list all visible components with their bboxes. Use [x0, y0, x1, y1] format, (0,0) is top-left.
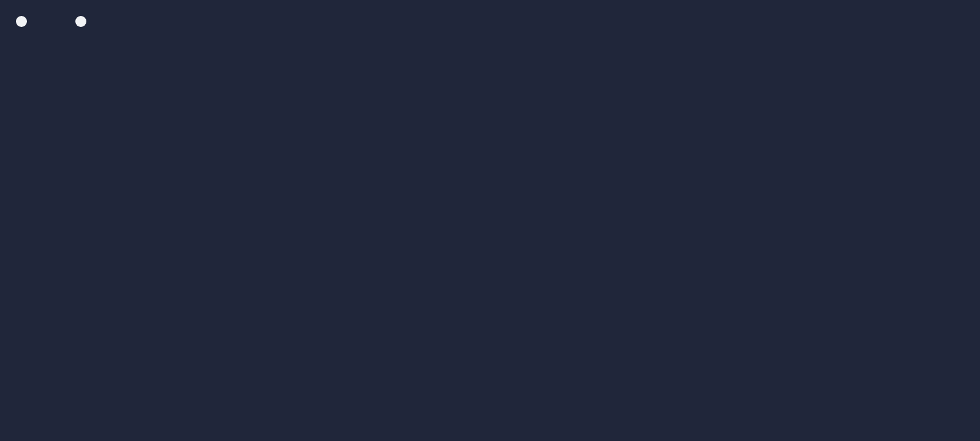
zoom-out-button[interactable]: [16, 16, 27, 27]
zoom-in-button[interactable]: [75, 16, 86, 27]
level-editor-stage: [0, 0, 980, 441]
scene-canvas[interactable]: [0, 0, 980, 441]
zoom-control: [16, 16, 86, 27]
